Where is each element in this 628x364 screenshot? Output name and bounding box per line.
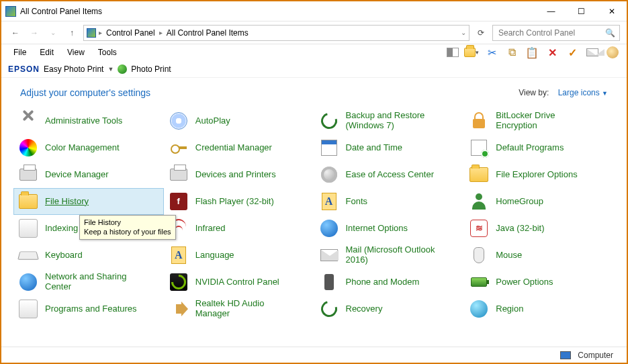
cp-item-devices-and-printers[interactable]: Devices and Printers — [164, 161, 314, 188]
address-dropdown-icon[interactable]: ⌄ — [461, 29, 466, 36]
item-label: File Explorer Options — [496, 170, 577, 180]
item-label: Keyboard — [45, 251, 83, 261]
cp-item-power-options[interactable]: Power Options — [464, 269, 615, 295]
recent-dropdown[interactable]: ⌄ — [46, 26, 60, 40]
crumb-control-panel[interactable]: Control Panel — [105, 28, 156, 38]
cp-item-mail-microsoft-outlook-2016[interactable]: Mail (Microsoft Outlook 2016) — [314, 242, 465, 269]
tools-icon — [18, 111, 38, 131]
menu-view[interactable]: View — [62, 46, 90, 58]
item-label: Administrative Tools — [45, 116, 122, 126]
view-options-icon[interactable]: ▾ — [464, 45, 479, 60]
cp-item-infrared[interactable]: Infrared — [164, 215, 314, 242]
cp-item-programs-and-features[interactable]: Programs and Features — [13, 295, 164, 322]
flash-icon: f — [169, 191, 189, 212]
panel-icon[interactable] — [447, 48, 459, 57]
item-label: Flash Player (32-bit) — [195, 197, 274, 207]
chevron-right-icon[interactable]: ▸ — [159, 29, 163, 36]
maximize-button[interactable]: ☐ — [566, 1, 596, 21]
calendar-icon — [319, 138, 339, 158]
view-by: View by: Large icons ▼ — [519, 88, 608, 97]
cp-item-credential-manager[interactable]: Credential Manager — [164, 134, 314, 161]
cp-item-region[interactable]: Region — [464, 295, 615, 322]
items-grid: File History Keep a history of your file… — [1, 105, 627, 347]
forward-button[interactable]: → — [27, 26, 42, 40]
cp-item-bitlocker-drive-encryption[interactable]: BitLocker Drive Encryption — [464, 107, 615, 134]
cp-item-recovery[interactable]: Recovery — [314, 295, 465, 322]
view-by-value[interactable]: Large icons ▼ — [558, 88, 608, 97]
cp-item-indexing-options[interactable]: Indexing O — [13, 215, 164, 242]
navigation-bar: ← → ⌄ ↑ ▸ Control Panel ▸ All Control Pa… — [1, 21, 627, 44]
clipboard-icon[interactable]: 📋 — [525, 45, 539, 60]
key-icon — [169, 138, 189, 158]
item-label: Infrared — [195, 224, 226, 234]
minimize-button[interactable]: — — [536, 1, 566, 21]
menu-bar: File Edit View Tools ▾ ✂ ⧉ 📋 ✕ ✓ — [1, 44, 627, 60]
back-button[interactable]: ← — [8, 26, 23, 40]
status-bar: Computer — [1, 347, 627, 363]
status-text: Computer — [578, 351, 613, 360]
epson-easy-photo-print[interactable]: Easy Photo Print — [44, 64, 103, 74]
search-icon[interactable]: 🔍 — [605, 28, 615, 38]
item-label: Realtek HD Audio Manager — [195, 299, 293, 319]
cp-item-phone-and-modem[interactable]: Phone and Modem — [314, 269, 465, 295]
cp-item-default-programs[interactable]: Default Programs — [464, 134, 615, 161]
menu-tools[interactable]: Tools — [93, 46, 122, 58]
cp-item-device-manager[interactable]: Device Manager — [13, 161, 164, 188]
refresh-button[interactable]: ⟳ — [474, 26, 488, 40]
printer-icon — [169, 165, 189, 185]
menu-edit[interactable]: Edit — [34, 46, 59, 58]
java-icon: ≋ — [469, 218, 489, 238]
breadcrumb[interactable]: ▸ Control Panel ▸ All Control Panel Item… — [83, 25, 469, 41]
item-label: Language — [195, 251, 234, 261]
cp-item-homegroup[interactable]: HomeGroup — [464, 188, 615, 215]
keyb-icon — [18, 245, 38, 265]
crumb-all-items[interactable]: All Control Panel Items — [165, 28, 250, 38]
cp-item-mouse[interactable]: Mouse — [464, 242, 615, 269]
check-icon[interactable]: ✓ — [565, 45, 580, 60]
cp-item-color-management[interactable]: Color Management — [13, 134, 164, 161]
chevron-right-icon[interactable]: ▸ — [99, 29, 102, 36]
cp-item-fonts[interactable]: AFonts — [314, 188, 465, 215]
page-title: Adjust your computer's settings — [20, 87, 150, 98]
close-button[interactable]: ✕ — [596, 1, 627, 21]
cp-item-autoplay[interactable]: AutoPlay — [164, 107, 314, 134]
copy-icon[interactable]: ⧉ — [504, 45, 519, 60]
titlebar: All Control Panel Items — ☐ ✕ — [1, 1, 627, 21]
cp-item-java-32-bit[interactable]: ≋Java (32-bit) — [464, 215, 615, 242]
cp-item-administrative-tools[interactable]: Administrative Tools — [13, 107, 164, 134]
cp-item-file-explorer-options[interactable]: File Explorer Options — [464, 161, 615, 188]
item-label: File History — [45, 197, 89, 207]
item-label: Programs and Features — [45, 304, 137, 314]
epson-photo-print[interactable]: Photo Print — [131, 64, 171, 74]
cp-item-file-history[interactable]: File History — [13, 188, 164, 215]
printer-icon — [18, 165, 38, 185]
epson-toolbar: EPSON Easy Photo Print ▼ Photo Print — [1, 60, 627, 78]
delete-icon[interactable]: ✕ — [545, 45, 559, 60]
search-box[interactable]: 🔍 — [492, 25, 620, 41]
cp-item-language[interactable]: ALanguage — [164, 242, 314, 269]
item-label: Backup and Restore (Windows 7) — [346, 111, 443, 131]
cp-item-date-and-time[interactable]: Date and Time — [314, 134, 465, 161]
scissors-icon[interactable]: ✂ — [484, 45, 499, 60]
cp-item-realtek-hd-audio-manager[interactable]: Realtek HD Audio Manager — [164, 295, 314, 322]
cp-item-backup-and-restore-windows-7[interactable]: Backup and Restore (Windows 7) — [314, 107, 465, 134]
cp-item-nvidia-control-panel[interactable]: NVIDIA Control Panel — [164, 269, 314, 295]
cp-item-network-and-sharing-center[interactable]: Network and Sharing Center — [13, 269, 164, 295]
item-label: Network and Sharing Center — [45, 272, 142, 292]
cp-item-keyboard[interactable]: Keyboard — [13, 242, 164, 269]
mail-icon[interactable] — [585, 45, 600, 60]
cp-item-ease-of-access-center[interactable]: Ease of Access Center — [314, 161, 465, 188]
shell-icon[interactable] — [605, 45, 620, 60]
chevron-down-icon[interactable]: ▼ — [107, 66, 114, 73]
colorwheel-icon — [18, 138, 38, 158]
menu-file[interactable]: File — [8, 46, 32, 58]
ibox-icon — [18, 299, 38, 319]
item-label: Mail (Microsoft Outlook 2016) — [346, 245, 443, 265]
search-input[interactable] — [497, 28, 598, 38]
up-button[interactable]: ↑ — [64, 26, 79, 40]
mouse-icon — [469, 245, 489, 265]
cp-item-flash-player-32-bit[interactable]: fFlash Player (32-bit) — [164, 188, 314, 215]
folder-icon — [469, 165, 489, 185]
item-label: Indexing O — [45, 224, 87, 234]
cp-item-internet-options[interactable]: Internet Options — [314, 215, 465, 242]
